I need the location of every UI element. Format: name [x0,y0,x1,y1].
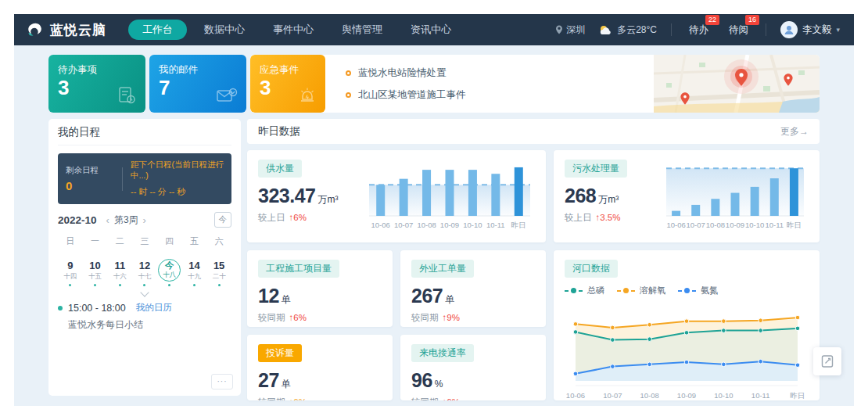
water-supply-card: 供水量 323.47万m³ 较上日↑6% 10-0610-0710-0810-0… [247,150,546,242]
schedule-entry[interactable]: 15:00 - 18:00 我的日历 蓝悦水务每日小结 [58,302,231,332]
more-link[interactable]: 更多→ [780,125,809,138]
weekday-label: 三 [132,235,157,247]
bullet-ring-icon [346,92,351,98]
svg-text:10-11: 10-11 [486,221,505,229]
floating-feedback-button[interactable] [813,347,841,375]
stat-value: 268 [565,185,596,206]
stat-unit: 万m³ [317,194,338,205]
compare-label: 较同期 [411,397,439,400]
event-text: 北山区某地管道施工事件 [358,88,466,102]
schedule-calendar-link[interactable]: 我的日历 [136,302,172,314]
svg-text:10-06: 10-06 [371,221,390,229]
dates-row: 9十四 10十五 11十六 12十七 今十八 14十九 [58,255,231,286]
schedule-panel-title: 我的日程 [58,119,231,145]
siren-icon [298,87,317,106]
legend-item[interactable]: 总磷 [565,285,604,296]
svg-text:10-09: 10-09 [440,221,459,229]
delta-value: ↑6% [289,397,307,400]
compare-label: 较上日 [258,213,285,222]
toread-nav-button[interactable]: 待阅 16 [726,23,751,37]
document-link-icon [820,354,834,368]
app-logo: 蓝悦云脑 [27,21,106,39]
calendar-day[interactable]: 12十七 [132,255,157,286]
stat-value: 12 [258,285,279,307]
calendar-day[interactable]: 15二十 [206,255,231,286]
svg-text:10-11: 10-11 [765,221,784,229]
calendar-day-today[interactable]: 今十八 [157,255,182,286]
stat-badge: 污水处理量 [565,160,627,178]
stat-badge: 河口数据 [565,260,618,278]
stat-value: 267 [411,285,443,307]
emergency-event-item[interactable]: 蓝悦水电站险情处置 [346,66,646,80]
swoosh-icon [27,21,44,38]
emergency-event-item[interactable]: 北山区某地管道施工事件 [346,88,646,102]
calendar-day[interactable]: 11十六 [107,255,132,286]
todo-nav-button[interactable]: 待办 22 [686,23,712,37]
stat-badge: 工程施工项目量 [258,260,339,278]
weekday-label: 五 [182,235,207,247]
svg-text:10-08: 10-08 [706,221,725,229]
nav-item-news[interactable]: 资讯中心 [400,20,462,40]
stat-unit: 单 [282,379,291,389]
countdown-value: -- 时 -- 分 -- 秒 [131,186,224,198]
app-window: 蓝悦云脑 工作台 数据中心 事件中心 舆情管理 资讯中心 深圳 多云28°C [14,14,854,406]
nav-item-opinion[interactable]: 舆情管理 [331,20,393,40]
chevron-down-icon: ▾ [836,26,840,34]
svg-text:10-10: 10-10 [463,221,482,229]
location-label: 深圳 [566,23,585,37]
river-mouth-data-card: 河口数据 总磷溶解氧氨氮 10-0610-0710-0810-0910-1010… [554,250,820,400]
avatar [780,21,798,38]
legend-item[interactable]: 氨氮 [678,285,718,296]
calendar-header: 2022-10 ‹ 第3周 › 今 [58,212,231,228]
next-week-button[interactable]: › [142,214,148,226]
envelope-check-icon [216,87,238,106]
calendar-expand-button[interactable] [141,289,149,297]
delta-value: ↑3.5% [596,213,621,222]
mail-summary-card[interactable]: 我的邮件 7 [149,55,246,113]
nav-item-data-center[interactable]: 数据中心 [193,20,256,40]
svg-text:昨日: 昨日 [791,391,805,400]
svg-text:10-09: 10-09 [726,221,744,229]
user-menu[interactable]: 李文毅 ▾ [780,21,840,38]
emergency-events-panel: 应急事件 3 蓝悦水电站险情处置 [250,55,820,113]
todo-summary-card[interactable]: 待办事项 3 [48,55,145,113]
divider [671,23,672,36]
schedule-title: 蓝悦水务每日小结 [68,318,231,332]
prev-week-button[interactable]: ‹ [105,214,111,226]
todo-count-badge: 22 [705,15,719,25]
stat-badge: 来电接通率 [411,344,474,362]
svg-text:10-08: 10-08 [417,221,436,229]
compare-label: 较同期 [258,313,285,322]
emergency-summary-card[interactable]: 应急事件 3 [250,55,325,113]
mini-map[interactable] [654,55,820,113]
schedule-dot-icon [58,306,63,311]
calendar-day[interactable]: 14十九 [182,255,207,286]
delta-value: ↑6% [289,313,307,322]
call-answer-rate-card: 来电接通率 96% 较同期↑6% [400,335,546,400]
svg-text:10-07: 10-07 [687,221,705,229]
calendar-day[interactable]: 10十五 [83,255,108,286]
schedule-panel: 我的日程 剩余日程 0 距下个日程(当前日程进行中...) -- 时 -- 分 … [48,119,241,396]
event-dot [119,284,121,286]
stat-unit: 单 [445,294,454,305]
weekday-label: 六 [206,235,231,247]
nav-item-event-center[interactable]: 事件中心 [262,20,325,40]
event-dot [168,284,170,286]
stat-badge: 供水量 [258,160,302,178]
svg-text:10-06: 10-06 [666,221,685,229]
stat-value: 96 [411,369,432,391]
legend-item[interactable]: 溶解氧 [617,285,665,296]
stat-badge: 外业工单量 [411,260,474,278]
divider [122,167,123,191]
schedule-time: 15:00 - 18:00 [68,303,126,314]
calendar-day[interactable]: 9十四 [58,255,83,286]
schedule-more-button[interactable]: ··· [211,374,233,389]
weekday-label: 二 [107,235,132,247]
partly-cloudy-icon [599,25,613,35]
today-button[interactable]: 今 [214,212,232,228]
delta-value: ↑9% [443,313,460,322]
sewage-treatment-card: 污水处理量 268万m³ 较上日↑3.5% 10-0610-0710-0810-… [554,150,820,242]
stat-unit: 单 [282,294,291,305]
nav-item-workbench[interactable]: 工作台 [128,20,187,40]
delta-value: ↑6% [289,213,307,222]
